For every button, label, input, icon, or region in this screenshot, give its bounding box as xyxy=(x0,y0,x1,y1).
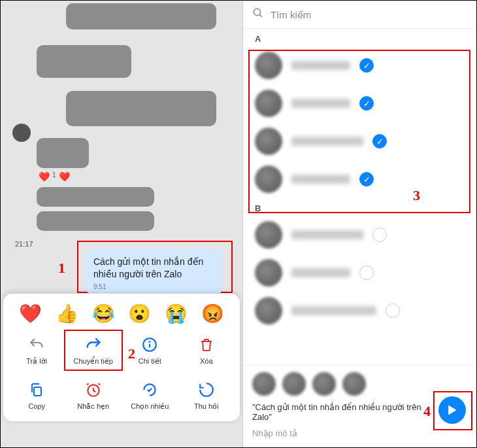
section-header-a: A xyxy=(243,29,476,46)
avatar xyxy=(255,128,282,155)
cry-emoji[interactable]: 😭 xyxy=(165,303,188,324)
annotation-1: 1 xyxy=(58,260,65,277)
wow-emoji[interactable]: 😮 xyxy=(128,303,151,324)
annotation-3: 3 xyxy=(413,187,420,204)
thumbsup-emoji[interactable]: 👍 xyxy=(56,303,78,324)
avatar[interactable] xyxy=(342,372,366,396)
avatar[interactable] xyxy=(282,372,306,396)
reactions: ❤️1❤️ xyxy=(39,171,70,182)
contact-name xyxy=(291,306,376,315)
avatar xyxy=(255,221,282,249)
laugh-emoji[interactable]: 😂 xyxy=(92,303,115,324)
contact-name xyxy=(291,175,350,184)
contact-row[interactable] xyxy=(243,254,476,292)
copy-action[interactable]: Copy xyxy=(8,377,65,413)
contact-name xyxy=(291,137,363,146)
copy-icon xyxy=(27,380,46,400)
avatar xyxy=(255,52,282,79)
svg-point-2 xyxy=(150,341,150,342)
search-icon xyxy=(252,7,264,22)
contact-name xyxy=(291,61,350,70)
contact-row[interactable] xyxy=(243,216,476,254)
contact-row[interactable] xyxy=(243,292,476,330)
annotation-box-2 xyxy=(64,330,123,371)
forward-panel: A 3 ✓ ✓ ✓ ✓ B xyxy=(242,1,476,447)
chat-panel: 21:17 ❤️1❤️ 1 Cách gửi một tin nhắn đến … xyxy=(1,1,242,447)
checkbox-off[interactable] xyxy=(386,303,400,318)
search-bar xyxy=(243,1,476,29)
reply-icon xyxy=(27,335,46,354)
svg-rect-3 xyxy=(34,387,41,396)
multiselect-icon xyxy=(140,380,159,400)
checkbox-off[interactable] xyxy=(372,228,387,242)
search-input[interactable] xyxy=(271,9,467,20)
avatar xyxy=(255,297,282,324)
send-icon xyxy=(446,404,459,417)
avatar[interactable] xyxy=(252,372,276,396)
forward-action[interactable]: Chuyển tiếp xyxy=(65,332,122,368)
delete-action[interactable]: Xóa xyxy=(178,332,235,368)
clock-icon xyxy=(84,380,103,400)
send-button[interactable] xyxy=(438,396,466,424)
reply-action[interactable]: Trả lời xyxy=(8,332,65,368)
contact-name xyxy=(291,99,350,108)
avatar xyxy=(255,90,282,117)
message-time: 9:51 xyxy=(93,283,215,290)
recall-icon xyxy=(197,380,216,400)
avatar[interactable] xyxy=(312,372,336,396)
annotation-2: 2 xyxy=(128,345,135,362)
contact-name xyxy=(291,230,363,239)
multiselect-action[interactable]: Chọn nhiều xyxy=(122,377,178,413)
message-text: Cách gửi một tin nhắn đến nhiều người tr… xyxy=(93,256,215,281)
checkbox-off[interactable] xyxy=(359,266,374,280)
contact-name xyxy=(291,268,350,277)
svg-line-6 xyxy=(259,14,262,17)
avatar xyxy=(255,259,282,286)
compose-area: "Cách gửi một tin nhắn đến nhiều người t… xyxy=(243,365,476,447)
svg-point-5 xyxy=(254,9,261,16)
angry-emoji[interactable]: 😡 xyxy=(201,303,224,324)
selected-message[interactable]: Cách gửi một tin nhắn đến nhiều người tr… xyxy=(86,249,223,294)
contact-list[interactable]: A 3 ✓ ✓ ✓ ✓ B xyxy=(243,29,476,365)
trash-icon xyxy=(197,335,216,354)
action-sheet: ❤️ 👍 😂 😮 😭 😡 Trả lời Chuyển tiếp Chi tiế… xyxy=(3,294,240,421)
annotation-4: 4 xyxy=(423,403,431,420)
info-icon xyxy=(140,335,159,354)
recall-action[interactable]: Thu hồi xyxy=(178,377,235,413)
avatar xyxy=(255,165,282,193)
annotation-box-3 xyxy=(248,50,470,213)
heart-emoji[interactable]: ❤️ xyxy=(19,303,42,324)
reminder-action[interactable]: Nhắc hẹn xyxy=(65,377,122,413)
emoji-reactions: ❤️ 👍 😂 😮 😭 😡 xyxy=(8,300,235,332)
